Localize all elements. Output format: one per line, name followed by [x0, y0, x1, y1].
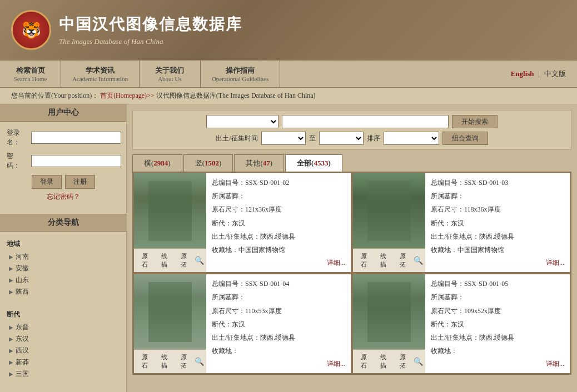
nav-academic[interactable]: 学术资讯 Academic Information — [61, 61, 140, 87]
zoom-icon-3[interactable]: 🔍 — [414, 357, 423, 366]
card-image-3: 原石 线描 原拓 🔍 — [353, 274, 425, 373]
info-dynasty-3: 断代：东汉 — [431, 319, 564, 330]
dynasty-donghan[interactable]: ▶ 东汉 — [7, 333, 120, 345]
arrow-icon: ▶ — [9, 324, 13, 330]
info-size-3: 原石尺寸：109x52x厚度 — [431, 306, 564, 316]
dynasty-sanguo[interactable]: ▶ 三国 — [7, 368, 120, 380]
region-anhui[interactable]: ▶ 安徽 — [7, 263, 120, 274]
dynasty-title: 断代 — [7, 310, 120, 319]
image-placeholder-0 — [134, 173, 206, 248]
image-placeholder-2 — [134, 274, 206, 349]
detail-link-3[interactable]: 详细... — [431, 359, 564, 369]
results-grid: 原石 线描 原拓 🔍 总编目号：SSX-SD-001-02 所属墓葬： 原石尺寸… — [132, 172, 571, 375]
date-from-select[interactable] — [261, 132, 306, 145]
language-switch: English | 中文版 — [500, 61, 577, 87]
arrow-icon: ▶ — [9, 254, 13, 260]
tab-shu[interactable]: 竖(1502) — [183, 154, 233, 172]
sidebar: 用户中心 登录名： 密 码： 登录 注册 忘记密码？ 分类导航 地域 ▶ — [0, 104, 127, 392]
card-actions-2: 原石 线描 原拓 🔍 — [134, 349, 206, 373]
forget-password-link[interactable]: 忘记密码？ — [47, 193, 80, 200]
date-label: 出土/征集时间 — [216, 134, 257, 143]
rubbing-btn-0[interactable]: 原拓 — [175, 251, 192, 270]
nav-guidelines[interactable]: 操作指南 Operational Guidelines — [201, 61, 280, 87]
dynasty-dongjin[interactable]: ▶ 东晋 — [7, 321, 120, 333]
original-btn-3[interactable]: 原石 — [355, 352, 372, 371]
info-collection-3: 收藏地： — [431, 346, 564, 356]
info-size-1: 原石尺寸：118x36x厚度 — [431, 204, 564, 215]
date-to-select[interactable] — [319, 132, 364, 145]
lang-chinese[interactable]: 中文版 — [544, 69, 566, 79]
card-info-1: 总编目号：SSX-SD-001-03 所属墓葬： 原石尺寸：118x36x厚度 … — [425, 173, 570, 272]
nav-spacer — [280, 61, 499, 87]
detail-link-2[interactable]: 详细... — [212, 359, 345, 369]
breadcrumb: 您当前的位置(Your position)： 首页(Homepage)>> 汉代… — [0, 88, 577, 104]
nav-search-home[interactable]: 检索首页 Search Home — [0, 61, 61, 87]
search-text-input[interactable] — [282, 115, 449, 128]
info-tomb-3: 所属墓葬： — [431, 292, 564, 303]
region-henan[interactable]: ▶ 河南 — [7, 251, 120, 263]
info-tomb-2: 所属墓葬： — [212, 292, 345, 303]
login-input[interactable] — [31, 132, 121, 144]
info-id-3: 总编目号：SSX-SD-001-05 — [431, 279, 564, 289]
card-info-0: 总编目号：SSX-SD-001-02 所属墓葬： 原石尺寸：121x36x厚度 … — [206, 173, 351, 272]
detail-link-1[interactable]: 详细... — [431, 258, 564, 268]
rubbing-btn-3[interactable]: 原拓 — [394, 352, 411, 371]
arrow-icon: ▶ — [9, 371, 13, 377]
info-location-1: 出土/征集地点：陕西.绥德县 — [431, 232, 564, 242]
dynasty-xinmang[interactable]: ▶ 新莽 — [7, 356, 120, 368]
main-layout: 用户中心 登录名： 密 码： 登录 注册 忘记密码？ 分类导航 地域 ▶ — [0, 104, 577, 392]
rubbing-btn-1[interactable]: 原拓 — [394, 251, 411, 270]
lang-english[interactable]: English — [511, 69, 534, 78]
password-input[interactable] — [31, 155, 121, 167]
register-button[interactable]: 注册 — [65, 175, 95, 189]
tabs: 横(2984) 竖(1502) 其他(47) 全部(4533) — [132, 154, 571, 172]
info-collection-1: 收藏地：中国国家博物馆 — [431, 245, 564, 255]
info-size-0: 原石尺寸：121x36x厚度 — [212, 204, 345, 215]
user-center-title: 用户中心 — [0, 104, 126, 122]
logo-area: 🐯 中国汉代图像信息数据库 The Images Database of Han… — [11, 10, 242, 50]
search-button[interactable]: 开始搜索 — [452, 115, 498, 128]
lang-separator: | — [539, 70, 540, 78]
dynasty-xihan[interactable]: ▶ 西汉 — [7, 345, 120, 356]
line-btn-0[interactable]: 线描 — [156, 251, 173, 270]
user-center: 登录名： 密 码： 登录 注册 忘记密码？ — [0, 122, 126, 208]
arrow-icon: ▶ — [9, 289, 13, 295]
password-row: 密 码： — [7, 152, 120, 170]
card-image-2: 原石 线描 原拓 🔍 — [134, 274, 206, 373]
search-bar: 开始搜索 出土/征集时间 至 排序 组合查询 — [132, 110, 571, 150]
card-actions-1: 原石 线描 原拓 🔍 — [353, 248, 425, 272]
login-button[interactable]: 登录 — [32, 175, 62, 189]
sort-select[interactable] — [384, 132, 439, 145]
info-id-0: 总编目号：SSX-SD-001-02 — [212, 178, 345, 188]
zoom-icon-2[interactable]: 🔍 — [195, 357, 204, 366]
info-location-0: 出土/征集地点：陕西.绥德县 — [212, 232, 345, 242]
info-size-2: 原石尺寸：110x53x厚度 — [212, 306, 345, 316]
combo-search-button[interactable]: 组合查询 — [442, 132, 488, 145]
navbar: 检索首页 Search Home 学术资讯 Academic Informati… — [0, 60, 577, 88]
original-btn-1[interactable]: 原石 — [355, 251, 372, 270]
breadcrumb-home[interactable]: 首页(Homepage)>> — [100, 92, 155, 99]
tab-heng[interactable]: 横(2984) — [132, 154, 182, 172]
original-btn-0[interactable]: 原石 — [136, 251, 153, 270]
line-btn-3[interactable]: 线描 — [375, 352, 392, 371]
nav-about[interactable]: 关于我们 About Us — [140, 61, 201, 87]
zoom-icon-1[interactable]: 🔍 — [414, 256, 423, 265]
region-shaanxi[interactable]: ▶ 陕西 — [7, 286, 120, 298]
tab-all[interactable]: 全部(4533) — [285, 154, 342, 172]
tab-qita[interactable]: 其他(47) — [234, 154, 284, 172]
line-btn-2[interactable]: 线描 — [156, 352, 173, 371]
original-btn-2[interactable]: 原石 — [136, 352, 153, 371]
info-tomb-1: 所属墓葬： — [431, 191, 564, 202]
detail-link-0[interactable]: 详细... — [212, 258, 345, 268]
region-shandong[interactable]: ▶ 山东 — [7, 274, 120, 286]
line-btn-1[interactable]: 线描 — [375, 251, 392, 270]
search-category-select[interactable] — [206, 115, 278, 128]
login-label: 登录名： — [7, 128, 27, 147]
card-image-0: 原石 线描 原拓 🔍 — [134, 173, 206, 272]
image-placeholder-1 — [353, 173, 425, 248]
info-collection-2: 收藏地： — [212, 346, 345, 356]
breadcrumb-prefix: 您当前的位置(Your position)： — [11, 92, 98, 99]
forget-password: 忘记密码？ — [7, 192, 120, 202]
rubbing-btn-2[interactable]: 原拓 — [175, 352, 192, 371]
zoom-icon-0[interactable]: 🔍 — [195, 256, 204, 265]
